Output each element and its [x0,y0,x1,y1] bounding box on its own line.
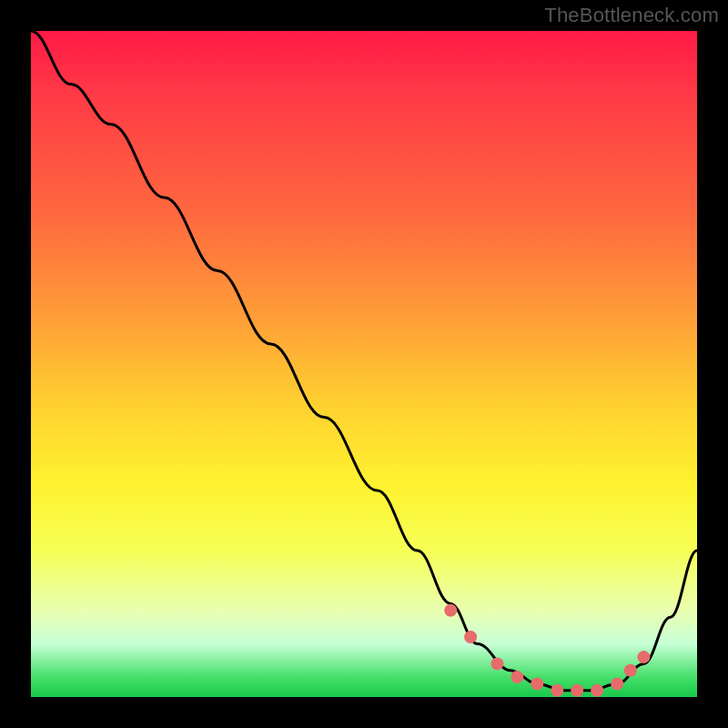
marker-dot [490,657,503,670]
plot-area [31,31,697,697]
chart-frame: TheBottleneck.com [0,0,728,728]
marker-dot [611,677,623,690]
marker-dot [624,664,637,677]
bottleneck-curve-path [31,31,697,691]
marker-group [444,604,650,697]
curve-svg [31,31,697,697]
marker-dot [571,684,583,697]
marker-dot [531,677,543,690]
marker-dot [511,671,523,683]
marker-dot [637,651,650,663]
marker-dot [591,684,603,697]
marker-dot [464,631,477,643]
watermark-text: TheBottleneck.com [544,4,719,27]
marker-dot [444,604,457,617]
marker-dot [551,684,563,697]
